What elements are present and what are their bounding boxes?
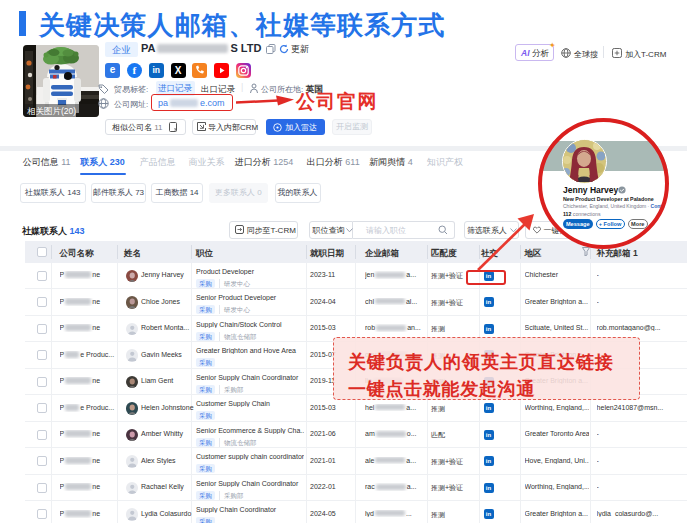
- svg-text:相关图片(20): 相关图片(20): [27, 106, 76, 116]
